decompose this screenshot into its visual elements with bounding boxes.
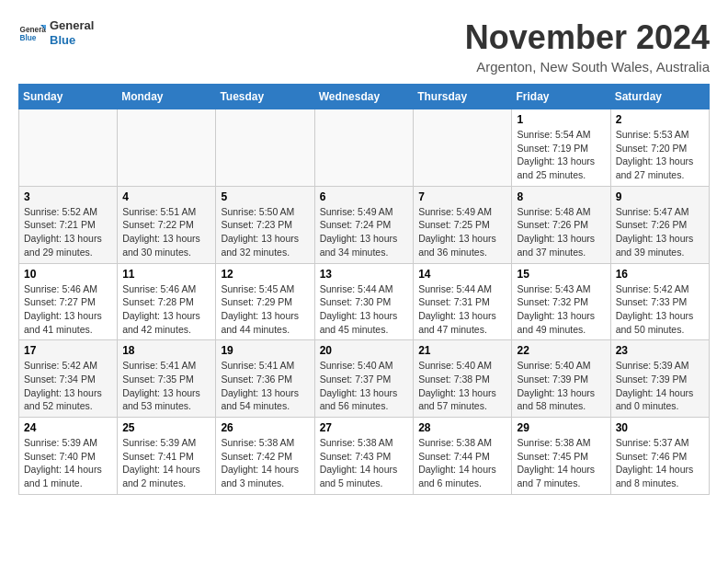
day-info: Sunrise: 5:40 AM Sunset: 7:38 PM Dayligh…	[418, 359, 506, 413]
header-cell-wednesday: Wednesday	[314, 85, 414, 109]
day-cell: 25Sunrise: 5:39 AM Sunset: 7:41 PM Dayli…	[118, 418, 216, 495]
day-info: Sunrise: 5:39 AM Sunset: 7:40 PM Dayligh…	[24, 436, 112, 490]
day-info: Sunrise: 5:41 AM Sunset: 7:36 PM Dayligh…	[221, 359, 309, 413]
week-row-3: 10Sunrise: 5:46 AM Sunset: 7:27 PM Dayli…	[19, 263, 710, 340]
day-info: Sunrise: 5:49 AM Sunset: 7:25 PM Dayligh…	[418, 205, 506, 259]
day-number: 6	[320, 190, 409, 203]
day-info: Sunrise: 5:49 AM Sunset: 7:24 PM Dayligh…	[320, 205, 409, 259]
calendar-header: SundayMondayTuesdayWednesdayThursdayFrid…	[19, 85, 710, 109]
day-info: Sunrise: 5:37 AM Sunset: 7:46 PM Dayligh…	[616, 436, 704, 490]
day-cell: 26Sunrise: 5:38 AM Sunset: 7:42 PM Dayli…	[216, 418, 314, 495]
logo-icon: General Blue	[18, 19, 46, 47]
day-number: 29	[517, 421, 605, 434]
week-row-2: 3Sunrise: 5:52 AM Sunset: 7:21 PM Daylig…	[19, 186, 710, 263]
day-number: 3	[24, 190, 112, 203]
day-cell: 10Sunrise: 5:46 AM Sunset: 7:27 PM Dayli…	[19, 263, 118, 340]
day-cell: 8Sunrise: 5:48 AM Sunset: 7:26 PM Daylig…	[512, 186, 610, 263]
day-cell: 11Sunrise: 5:46 AM Sunset: 7:28 PM Dayli…	[118, 263, 216, 340]
day-info: Sunrise: 5:50 AM Sunset: 7:23 PM Dayligh…	[221, 205, 309, 259]
day-number: 20	[320, 344, 409, 357]
day-info: Sunrise: 5:40 AM Sunset: 7:39 PM Dayligh…	[517, 359, 605, 413]
day-cell: 5Sunrise: 5:50 AM Sunset: 7:23 PM Daylig…	[216, 186, 314, 263]
day-info: Sunrise: 5:46 AM Sunset: 7:27 PM Dayligh…	[24, 282, 112, 337]
day-info: Sunrise: 5:38 AM Sunset: 7:45 PM Dayligh…	[517, 436, 605, 490]
day-number: 30	[616, 421, 704, 434]
day-cell: 28Sunrise: 5:38 AM Sunset: 7:44 PM Dayli…	[414, 418, 512, 495]
day-info: Sunrise: 5:40 AM Sunset: 7:37 PM Dayligh…	[320, 359, 409, 413]
day-cell: 9Sunrise: 5:47 AM Sunset: 7:26 PM Daylig…	[610, 186, 709, 263]
day-info: Sunrise: 5:39 AM Sunset: 7:39 PM Dayligh…	[616, 359, 704, 413]
day-number: 14	[418, 268, 506, 281]
day-info: Sunrise: 5:44 AM Sunset: 7:30 PM Dayligh…	[320, 282, 409, 337]
day-number: 27	[320, 421, 409, 434]
day-info: Sunrise: 5:46 AM Sunset: 7:28 PM Dayligh…	[122, 282, 210, 337]
week-row-1: 1Sunrise: 5:54 AM Sunset: 7:19 PM Daylig…	[19, 109, 710, 187]
day-number: 9	[616, 190, 704, 203]
day-number: 13	[320, 268, 409, 281]
day-cell	[118, 109, 216, 187]
day-info: Sunrise: 5:41 AM Sunset: 7:35 PM Dayligh…	[122, 359, 210, 413]
calendar-body: 1Sunrise: 5:54 AM Sunset: 7:19 PM Daylig…	[19, 109, 710, 495]
day-number: 5	[221, 190, 309, 203]
day-info: Sunrise: 5:44 AM Sunset: 7:31 PM Dayligh…	[418, 282, 506, 337]
day-number: 16	[616, 268, 704, 281]
title-area: November 2024 Argenton, New South Wales,…	[465, 18, 710, 75]
day-number: 15	[517, 268, 605, 281]
day-cell: 29Sunrise: 5:38 AM Sunset: 7:45 PM Dayli…	[512, 418, 610, 495]
day-cell: 6Sunrise: 5:49 AM Sunset: 7:24 PM Daylig…	[314, 186, 414, 263]
day-info: Sunrise: 5:51 AM Sunset: 7:22 PM Dayligh…	[122, 205, 210, 259]
day-number: 28	[418, 421, 506, 434]
day-number: 17	[24, 344, 112, 357]
day-info: Sunrise: 5:42 AM Sunset: 7:34 PM Dayligh…	[24, 359, 112, 413]
day-number: 19	[221, 344, 309, 357]
day-info: Sunrise: 5:38 AM Sunset: 7:44 PM Dayligh…	[418, 436, 506, 490]
day-info: Sunrise: 5:47 AM Sunset: 7:26 PM Dayligh…	[616, 205, 704, 259]
day-cell: 7Sunrise: 5:49 AM Sunset: 7:25 PM Daylig…	[414, 186, 512, 263]
day-cell	[314, 109, 414, 187]
day-info: Sunrise: 5:43 AM Sunset: 7:32 PM Dayligh…	[517, 282, 605, 337]
day-cell: 4Sunrise: 5:51 AM Sunset: 7:22 PM Daylig…	[118, 186, 216, 263]
day-number: 10	[24, 268, 112, 281]
day-info: Sunrise: 5:53 AM Sunset: 7:20 PM Dayligh…	[616, 128, 704, 182]
day-info: Sunrise: 5:38 AM Sunset: 7:43 PM Dayligh…	[320, 436, 409, 490]
calendar-table: SundayMondayTuesdayWednesdayThursdayFrid…	[18, 84, 710, 495]
day-cell	[216, 109, 314, 187]
day-cell: 13Sunrise: 5:44 AM Sunset: 7:30 PM Dayli…	[314, 263, 414, 340]
day-cell: 18Sunrise: 5:41 AM Sunset: 7:35 PM Dayli…	[118, 340, 216, 418]
day-number: 25	[122, 421, 210, 434]
logo-blue-text: Blue	[50, 33, 94, 48]
header-cell-monday: Monday	[118, 85, 216, 109]
header-cell-tuesday: Tuesday	[216, 85, 314, 109]
day-info: Sunrise: 5:42 AM Sunset: 7:33 PM Dayligh…	[616, 282, 704, 337]
day-info: Sunrise: 5:39 AM Sunset: 7:41 PM Dayligh…	[122, 436, 210, 490]
day-number: 8	[517, 190, 605, 203]
day-number: 26	[221, 421, 309, 434]
week-row-5: 24Sunrise: 5:39 AM Sunset: 7:40 PM Dayli…	[19, 418, 710, 495]
day-number: 24	[24, 421, 112, 434]
day-number: 2	[616, 113, 704, 126]
day-info: Sunrise: 5:45 AM Sunset: 7:29 PM Dayligh…	[221, 282, 309, 337]
day-cell: 24Sunrise: 5:39 AM Sunset: 7:40 PM Dayli…	[19, 418, 118, 495]
day-info: Sunrise: 5:48 AM Sunset: 7:26 PM Dayligh…	[517, 205, 605, 259]
day-cell: 16Sunrise: 5:42 AM Sunset: 7:33 PM Dayli…	[610, 263, 709, 340]
svg-text:Blue: Blue	[20, 33, 37, 41]
day-cell: 30Sunrise: 5:37 AM Sunset: 7:46 PM Dayli…	[610, 418, 709, 495]
day-info: Sunrise: 5:52 AM Sunset: 7:21 PM Dayligh…	[24, 205, 112, 259]
svg-text:General: General	[20, 25, 47, 33]
day-cell: 21Sunrise: 5:40 AM Sunset: 7:38 PM Dayli…	[414, 340, 512, 418]
day-cell: 22Sunrise: 5:40 AM Sunset: 7:39 PM Dayli…	[512, 340, 610, 418]
logo: General Blue General Blue	[18, 18, 94, 47]
day-cell: 23Sunrise: 5:39 AM Sunset: 7:39 PM Dayli…	[610, 340, 709, 418]
month-title: November 2024	[465, 18, 710, 57]
day-cell: 20Sunrise: 5:40 AM Sunset: 7:37 PM Dayli…	[314, 340, 414, 418]
day-number: 22	[517, 344, 605, 357]
day-cell: 15Sunrise: 5:43 AM Sunset: 7:32 PM Dayli…	[512, 263, 610, 340]
day-number: 11	[122, 268, 210, 281]
header-row: SundayMondayTuesdayWednesdayThursdayFrid…	[19, 85, 710, 109]
day-number: 12	[221, 268, 309, 281]
day-number: 21	[418, 344, 506, 357]
day-cell: 14Sunrise: 5:44 AM Sunset: 7:31 PM Dayli…	[414, 263, 512, 340]
day-number: 18	[122, 344, 210, 357]
week-row-4: 17Sunrise: 5:42 AM Sunset: 7:34 PM Dayli…	[19, 340, 710, 418]
header-cell-saturday: Saturday	[610, 85, 709, 109]
